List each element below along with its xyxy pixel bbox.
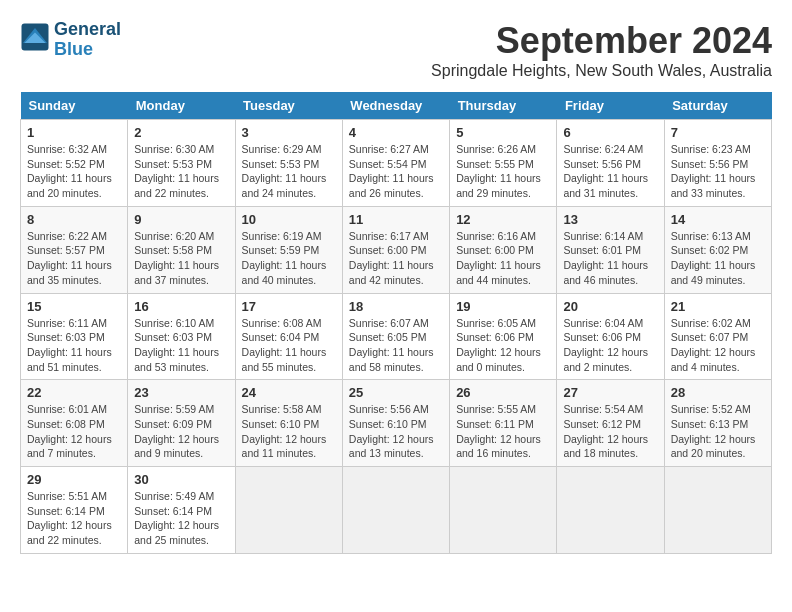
day-info: Sunrise: 6:16 AM Sunset: 6:00 PM Dayligh… [456,229,550,288]
sunrise-label: Sunrise: 6:04 AM [563,317,643,329]
sunset-label: Sunset: 6:00 PM [456,244,534,256]
calendar-cell: 22 Sunrise: 6:01 AM Sunset: 6:08 PM Dayl… [21,380,128,467]
daylight-label: Daylight: 11 hours and 35 minutes. [27,259,112,286]
sunset-label: Sunset: 5:52 PM [27,158,105,170]
daylight-label: Daylight: 11 hours and 53 minutes. [134,346,219,373]
sunset-label: Sunset: 6:10 PM [242,418,320,430]
sunset-label: Sunset: 6:08 PM [27,418,105,430]
day-info: Sunrise: 6:13 AM Sunset: 6:02 PM Dayligh… [671,229,765,288]
day-info: Sunrise: 6:17 AM Sunset: 6:00 PM Dayligh… [349,229,443,288]
daylight-label: Daylight: 12 hours and 16 minutes. [456,433,541,460]
sunrise-label: Sunrise: 6:20 AM [134,230,214,242]
sunrise-label: Sunrise: 6:32 AM [27,143,107,155]
page-header: General Blue September 2024 Springdale H… [20,20,772,84]
sunrise-label: Sunrise: 6:19 AM [242,230,322,242]
sunrise-label: Sunrise: 6:23 AM [671,143,751,155]
daylight-label: Daylight: 12 hours and 0 minutes. [456,346,541,373]
daylight-label: Daylight: 11 hours and 51 minutes. [27,346,112,373]
day-info: Sunrise: 6:22 AM Sunset: 5:57 PM Dayligh… [27,229,121,288]
day-info: Sunrise: 6:04 AM Sunset: 6:06 PM Dayligh… [563,316,657,375]
day-number: 3 [242,125,336,140]
day-info: Sunrise: 6:27 AM Sunset: 5:54 PM Dayligh… [349,142,443,201]
sunrise-label: Sunrise: 6:22 AM [27,230,107,242]
calendar-cell: 26 Sunrise: 5:55 AM Sunset: 6:11 PM Dayl… [450,380,557,467]
title-section: September 2024 Springdale Heights, New S… [431,20,772,80]
day-number: 14 [671,212,765,227]
sunset-label: Sunset: 5:59 PM [242,244,320,256]
calendar-cell: 21 Sunrise: 6:02 AM Sunset: 6:07 PM Dayl… [664,293,771,380]
calendar-cell: 2 Sunrise: 6:30 AM Sunset: 5:53 PM Dayli… [128,120,235,207]
sunset-label: Sunset: 6:03 PM [134,331,212,343]
sunrise-label: Sunrise: 5:58 AM [242,403,322,415]
day-number: 16 [134,299,228,314]
calendar-cell: 28 Sunrise: 5:52 AM Sunset: 6:13 PM Dayl… [664,380,771,467]
calendar-cell: 9 Sunrise: 6:20 AM Sunset: 5:58 PM Dayli… [128,206,235,293]
day-number: 15 [27,299,121,314]
day-number: 20 [563,299,657,314]
daylight-label: Daylight: 11 hours and 22 minutes. [134,172,219,199]
day-info: Sunrise: 5:54 AM Sunset: 6:12 PM Dayligh… [563,402,657,461]
calendar-cell [664,467,771,554]
sunrise-label: Sunrise: 5:56 AM [349,403,429,415]
sunset-label: Sunset: 5:56 PM [563,158,641,170]
column-header-saturday: Saturday [664,92,771,120]
day-info: Sunrise: 5:59 AM Sunset: 6:09 PM Dayligh… [134,402,228,461]
sunset-label: Sunset: 5:56 PM [671,158,749,170]
day-number: 29 [27,472,121,487]
calendar-cell: 23 Sunrise: 5:59 AM Sunset: 6:09 PM Dayl… [128,380,235,467]
day-number: 1 [27,125,121,140]
calendar-cell: 3 Sunrise: 6:29 AM Sunset: 5:53 PM Dayli… [235,120,342,207]
sunrise-label: Sunrise: 6:02 AM [671,317,751,329]
calendar-cell: 20 Sunrise: 6:04 AM Sunset: 6:06 PM Dayl… [557,293,664,380]
daylight-label: Daylight: 11 hours and 55 minutes. [242,346,327,373]
daylight-label: Daylight: 11 hours and 37 minutes. [134,259,219,286]
calendar-week-2: 15 Sunrise: 6:11 AM Sunset: 6:03 PM Dayl… [21,293,772,380]
sunrise-label: Sunrise: 5:54 AM [563,403,643,415]
day-info: Sunrise: 6:26 AM Sunset: 5:55 PM Dayligh… [456,142,550,201]
day-info: Sunrise: 5:51 AM Sunset: 6:14 PM Dayligh… [27,489,121,548]
sunset-label: Sunset: 6:12 PM [563,418,641,430]
day-number: 4 [349,125,443,140]
calendar-cell: 14 Sunrise: 6:13 AM Sunset: 6:02 PM Dayl… [664,206,771,293]
daylight-label: Daylight: 11 hours and 40 minutes. [242,259,327,286]
calendar-cell: 16 Sunrise: 6:10 AM Sunset: 6:03 PM Dayl… [128,293,235,380]
sunrise-label: Sunrise: 6:11 AM [27,317,107,329]
daylight-label: Daylight: 11 hours and 24 minutes. [242,172,327,199]
sunrise-label: Sunrise: 5:59 AM [134,403,214,415]
calendar-cell [342,467,449,554]
calendar-cell: 25 Sunrise: 5:56 AM Sunset: 6:10 PM Dayl… [342,380,449,467]
calendar-cell: 13 Sunrise: 6:14 AM Sunset: 6:01 PM Dayl… [557,206,664,293]
sunrise-label: Sunrise: 6:07 AM [349,317,429,329]
calendar-cell: 29 Sunrise: 5:51 AM Sunset: 6:14 PM Dayl… [21,467,128,554]
logo-icon [20,22,50,52]
sunset-label: Sunset: 6:02 PM [671,244,749,256]
calendar-cell: 18 Sunrise: 6:07 AM Sunset: 6:05 PM Dayl… [342,293,449,380]
calendar-week-0: 1 Sunrise: 6:32 AM Sunset: 5:52 PM Dayli… [21,120,772,207]
calendar-week-3: 22 Sunrise: 6:01 AM Sunset: 6:08 PM Dayl… [21,380,772,467]
sunset-label: Sunset: 6:10 PM [349,418,427,430]
daylight-label: Daylight: 11 hours and 46 minutes. [563,259,648,286]
sunset-label: Sunset: 6:14 PM [27,505,105,517]
sunset-label: Sunset: 6:09 PM [134,418,212,430]
daylight-label: Daylight: 11 hours and 26 minutes. [349,172,434,199]
sunrise-label: Sunrise: 5:49 AM [134,490,214,502]
day-number: 27 [563,385,657,400]
calendar-cell: 4 Sunrise: 6:27 AM Sunset: 5:54 PM Dayli… [342,120,449,207]
day-info: Sunrise: 5:56 AM Sunset: 6:10 PM Dayligh… [349,402,443,461]
day-number: 17 [242,299,336,314]
daylight-label: Daylight: 11 hours and 42 minutes. [349,259,434,286]
day-number: 25 [349,385,443,400]
daylight-label: Daylight: 12 hours and 4 minutes. [671,346,756,373]
sunset-label: Sunset: 5:58 PM [134,244,212,256]
daylight-label: Daylight: 12 hours and 9 minutes. [134,433,219,460]
daylight-label: Daylight: 11 hours and 49 minutes. [671,259,756,286]
calendar-week-4: 29 Sunrise: 5:51 AM Sunset: 6:14 PM Dayl… [21,467,772,554]
day-info: Sunrise: 6:19 AM Sunset: 5:59 PM Dayligh… [242,229,336,288]
calendar-cell: 15 Sunrise: 6:11 AM Sunset: 6:03 PM Dayl… [21,293,128,380]
sunset-label: Sunset: 6:04 PM [242,331,320,343]
calendar-cell: 8 Sunrise: 6:22 AM Sunset: 5:57 PM Dayli… [21,206,128,293]
sunset-label: Sunset: 5:57 PM [27,244,105,256]
daylight-label: Daylight: 12 hours and 11 minutes. [242,433,327,460]
column-header-tuesday: Tuesday [235,92,342,120]
day-number: 28 [671,385,765,400]
